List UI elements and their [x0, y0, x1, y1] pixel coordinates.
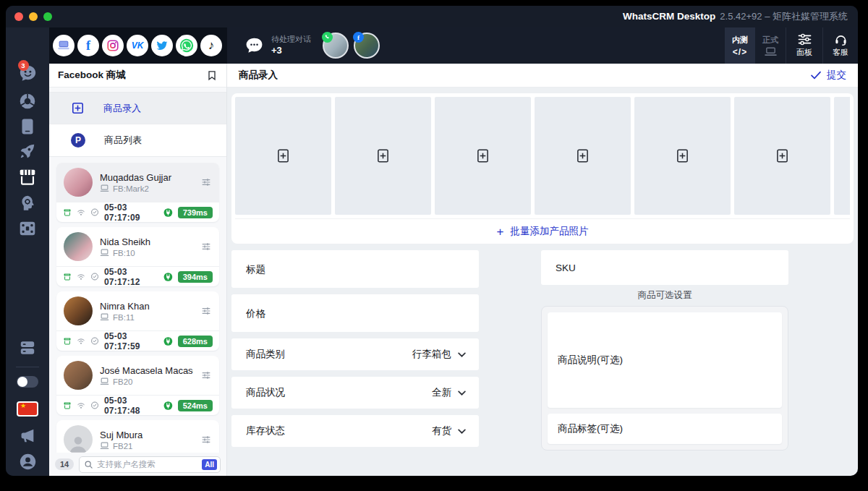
sidebar-item-ai[interactable] [6, 194, 49, 213]
env-prod-button[interactable]: 正式 [755, 27, 786, 64]
env-prod-label: 正式 [762, 35, 778, 46]
bulk-add-photos-button[interactable]: + 批量添加产品照片 [235, 218, 850, 244]
tags-field[interactable]: 商品标签(可选) [548, 414, 782, 444]
account-avatar[interactable]: f [354, 33, 380, 59]
title-input[interactable] [246, 264, 464, 275]
panel-title: Facebook 商城 [58, 69, 126, 82]
sidebar-item-boost[interactable] [6, 142, 49, 161]
sidebar-item-devices[interactable] [6, 117, 49, 136]
latency-badge: 524ms [178, 400, 213, 411]
contact-time: 05-03 07:17:12 [104, 267, 153, 287]
contact-card[interactable]: José Macasela Macasela FB20 05-03 07:17:… [56, 356, 219, 415]
sidebar-item-chats[interactable]: 3 [6, 64, 49, 83]
pending-chat-icon[interactable] [244, 37, 264, 54]
filter-icon[interactable] [200, 305, 212, 317]
condition-select[interactable]: 商品状况 全新 [231, 377, 479, 409]
sku-field[interactable] [541, 250, 788, 285]
contact-list[interactable]: Muqaddas Gujjar FB:Mark2 05-03 07:17:09 [49, 157, 226, 453]
sidebar-item-account[interactable] [6, 452, 49, 471]
photo-upload-slot[interactable] [834, 97, 850, 215]
channel-laptop[interactable] [53, 35, 75, 56]
chevron-down-icon [458, 352, 466, 357]
price-field[interactable] [231, 294, 479, 332]
filter-icon[interactable] [200, 176, 212, 188]
shop-status-icon [63, 208, 72, 218]
condition-label: 商品状况 [246, 386, 432, 399]
contact-card[interactable]: Nimra Khan FB:11 05-03 07:17:59 [56, 291, 219, 351]
account-avatar[interactable] [323, 33, 349, 59]
search-input[interactable] [97, 460, 198, 469]
channel-facebook[interactable]: f [77, 35, 99, 56]
filter-icon[interactable] [200, 370, 212, 381]
add-photo-icon [776, 148, 788, 163]
sidebar-item-servers[interactable] [6, 338, 49, 357]
latency-badge: 739ms [178, 207, 213, 218]
avatar [64, 425, 93, 453]
optional-settings-title: 商品可选设置 [541, 289, 788, 302]
sidebar-item-announcements[interactable] [6, 427, 49, 445]
channel-twitter[interactable] [151, 35, 173, 56]
panel-label: 面板 [796, 47, 812, 58]
menu-item-label: 商品列表 [104, 134, 142, 147]
contact-card[interactable]: Suj Mbura FB21 [56, 420, 219, 453]
menu-item-product-list[interactable]: P 商品列表 [49, 124, 226, 157]
photo-upload-slot[interactable] [634, 97, 731, 215]
wifi-icon [77, 272, 85, 281]
channel-vk[interactable]: VK [127, 35, 148, 56]
env-beta-button[interactable]: 内测 </> [725, 27, 755, 64]
minimize-window-button[interactable] [29, 12, 38, 21]
panel-button[interactable]: 面板 [786, 27, 822, 64]
description-field[interactable]: 商品说明(可选) [548, 312, 782, 408]
panel-header: Facebook 商城 [49, 64, 226, 87]
sidebar-item-shop[interactable] [6, 168, 49, 187]
shop-status-icon [63, 336, 72, 346]
laptop-icon [100, 442, 109, 450]
sidebar-item-media[interactable] [6, 220, 49, 237]
theme-toggle[interactable] [6, 376, 49, 388]
zoom-window-button[interactable] [43, 12, 52, 21]
channel-whatsapp[interactable] [176, 35, 197, 56]
chevron-down-icon [458, 390, 466, 396]
photo-upload-slot[interactable] [734, 97, 830, 215]
account-search[interactable]: All [79, 456, 221, 473]
bookmark-icon[interactable] [206, 69, 218, 82]
sidebar-item-browser[interactable] [6, 92, 49, 111]
add-square-icon [71, 101, 85, 115]
filter-icon[interactable] [200, 241, 212, 252]
wifi-icon [77, 336, 85, 346]
panel-menu: 商品录入 P 商品列表 [49, 92, 226, 157]
code-icon: </> [733, 47, 747, 57]
sku-input[interactable] [556, 262, 774, 273]
support-button[interactable]: 客服 [823, 27, 858, 64]
whatsapp-badge-icon [322, 32, 333, 43]
stock-value: 有货 [432, 424, 451, 437]
photo-upload-slot[interactable] [235, 97, 331, 215]
stock-label: 库存状态 [246, 424, 432, 437]
photo-upload-slot[interactable] [535, 97, 631, 215]
photo-upload-slot[interactable] [335, 97, 431, 215]
optional-settings-panel: 商品说明(可选) 商品标签(可选) [541, 306, 788, 451]
close-window-button[interactable] [14, 12, 23, 21]
filter-icon[interactable] [200, 434, 212, 445]
channel-tiktok[interactable]: ♪ [200, 35, 222, 56]
contact-card[interactable]: Muqaddas Gujjar FB:Mark2 05-03 07:17:09 [56, 163, 219, 222]
contact-card[interactable]: Nida Sheikh FB:10 05-03 07:17:12 [56, 227, 219, 286]
channel-instagram[interactable] [102, 35, 124, 56]
titlebar: WhatsCRM Desktop2.5.42+92 – 矩阵社媒管理系统 [6, 6, 858, 27]
category-select[interactable]: 商品类别 行李箱包 [231, 338, 479, 370]
photo-upload-slot[interactable] [435, 97, 531, 215]
contact-time: 05-03 07:17:48 [104, 396, 153, 416]
title-field[interactable] [231, 250, 479, 288]
language-flag[interactable]: ★ [6, 403, 49, 415]
stock-select[interactable]: 库存状态 有货 [231, 415, 479, 447]
price-input[interactable] [246, 308, 464, 319]
top-toolbar: f VK ♪ [49, 27, 858, 64]
menu-item-product-entry[interactable]: 商品录入 [49, 92, 226, 124]
contact-name: Suj Mbura [100, 430, 193, 440]
headset-icon [834, 33, 848, 46]
contact-name: Muqaddas Gujjar [100, 172, 193, 183]
product-list-icon: P [71, 133, 85, 148]
filter-all-badge[interactable]: All [202, 459, 217, 470]
toolbar-actions: 内测 </> 正式 面板 客服 [725, 27, 858, 64]
submit-button[interactable]: 提交 [810, 69, 846, 82]
